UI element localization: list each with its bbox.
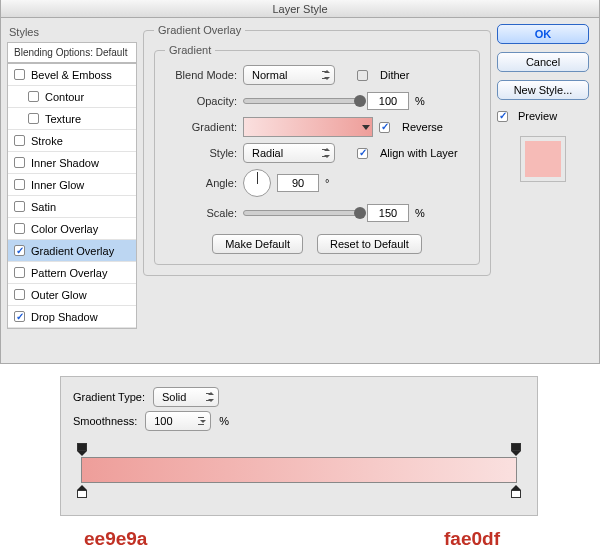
effect-label: Texture [45,113,81,125]
gradient-type-label: Gradient Type: [73,391,145,403]
preview-swatch [520,136,566,182]
gradient-picker[interactable] [243,117,373,137]
effect-inner-glow[interactable]: Inner Glow [8,174,136,196]
styles-panel: Styles Blending Options: Default Bevel &… [7,24,137,329]
reverse-label: Reverse [402,121,443,133]
style-select[interactable]: Radial [243,143,335,163]
effect-label: Color Overlay [31,223,98,235]
smoothness-label: Smoothness: [73,415,137,427]
blend-mode-select[interactable]: Normal [243,65,335,85]
group-legend: Gradient Overlay [154,24,245,36]
smoothness-input[interactable]: 100 [145,411,211,431]
checkbox[interactable] [28,113,39,124]
window-title: Layer Style [1,0,599,18]
scale-slider[interactable] [243,210,361,216]
checkbox[interactable] [14,69,25,80]
gradient-type-select[interactable]: Solid [153,387,219,407]
gradient-bar-area [73,443,525,497]
gradient-overlay-group: Gradient Overlay Gradient Blend Mode: No… [143,24,491,276]
new-style-button[interactable]: New Style... [497,80,589,100]
angle-label: Angle: [165,177,237,189]
effect-label: Bevel & Emboss [31,69,112,81]
checkbox[interactable] [14,135,25,146]
effect-texture[interactable]: Texture [8,108,136,130]
checkbox[interactable] [14,179,25,190]
cancel-button[interactable]: Cancel [497,52,589,72]
dither-checkbox[interactable] [357,70,368,81]
align-label: Align with Layer [380,147,458,159]
effect-label: Outer Glow [31,289,87,301]
effect-gradient-overlay[interactable]: Gradient Overlay [8,240,136,262]
scale-unit: % [415,207,425,219]
checkbox[interactable] [14,311,25,322]
gradient-editor-panel: Gradient Type: Solid Smoothness: 100 % [60,376,538,516]
gradient-overlay-settings: Gradient Overlay Gradient Blend Mode: No… [143,24,491,329]
effect-stroke[interactable]: Stroke [8,130,136,152]
effects-list: Bevel & Emboss Contour Texture Stroke In… [7,63,137,329]
opacity-label: Opacity: [165,95,237,107]
color-stop-left[interactable] [77,485,87,497]
slider-thumb[interactable] [354,207,366,219]
styles-heading: Styles [7,24,137,42]
angle-dial[interactable] [243,169,271,197]
checkbox[interactable] [14,289,25,300]
dialog-buttons: OK Cancel New Style... Preview [497,24,589,329]
effect-pattern-overlay[interactable]: Pattern Overlay [8,262,136,284]
smoothness-unit: % [219,415,229,427]
effect-drop-shadow[interactable]: Drop Shadow [8,306,136,328]
style-label: Style: [165,147,237,159]
subgroup-legend: Gradient [165,44,215,56]
effect-outer-glow[interactable]: Outer Glow [8,284,136,306]
slider-thumb[interactable] [354,95,366,107]
checkbox[interactable] [14,201,25,212]
preview-label: Preview [518,110,557,122]
gradient-bar[interactable] [81,457,517,483]
checkbox[interactable] [14,267,25,278]
checkbox[interactable] [14,157,25,168]
effect-inner-shadow[interactable]: Inner Shadow [8,152,136,174]
opacity-stop-left[interactable] [77,443,87,455]
effect-label: Inner Shadow [31,157,99,169]
align-checkbox[interactable] [357,148,368,159]
effect-label: Pattern Overlay [31,267,107,279]
effect-label: Drop Shadow [31,311,98,323]
opacity-slider[interactable] [243,98,361,104]
opacity-input[interactable] [367,92,409,110]
gradient-group: Gradient Blend Mode: Normal Dither Opaci… [154,44,480,265]
opacity-stop-right[interactable] [511,443,521,455]
color-stop-right[interactable] [511,485,521,497]
make-default-button[interactable]: Make Default [212,234,303,254]
effect-label: Stroke [31,135,63,147]
hex-label-left: ee9e9a [84,528,147,550]
layer-style-dialog: Layer Style Styles Blending Options: Def… [0,0,600,364]
scale-input[interactable] [367,204,409,222]
checkbox[interactable] [14,223,25,234]
effect-label: Contour [45,91,84,103]
angle-input[interactable] [277,174,319,192]
checkbox[interactable] [28,91,39,102]
effect-label: Inner Glow [31,179,84,191]
gradient-label: Gradient: [165,121,237,133]
blending-options-row[interactable]: Blending Options: Default [7,42,137,63]
effect-label: Satin [31,201,56,213]
opacity-unit: % [415,95,425,107]
reverse-checkbox[interactable] [379,122,390,133]
effect-color-overlay[interactable]: Color Overlay [8,218,136,240]
ok-button[interactable]: OK [497,24,589,44]
reset-default-button[interactable]: Reset to Default [317,234,422,254]
checkbox[interactable] [14,245,25,256]
preview-checkbox[interactable] [497,111,508,122]
effect-bevel-emboss[interactable]: Bevel & Emboss [8,64,136,86]
blend-mode-label: Blend Mode: [165,69,237,81]
effect-satin[interactable]: Satin [8,196,136,218]
angle-unit: ° [325,177,329,189]
dither-label: Dither [380,69,409,81]
effect-contour[interactable]: Contour [8,86,136,108]
hex-label-right: fae0df [444,528,500,550]
effect-label: Gradient Overlay [31,245,114,257]
scale-label: Scale: [165,207,237,219]
